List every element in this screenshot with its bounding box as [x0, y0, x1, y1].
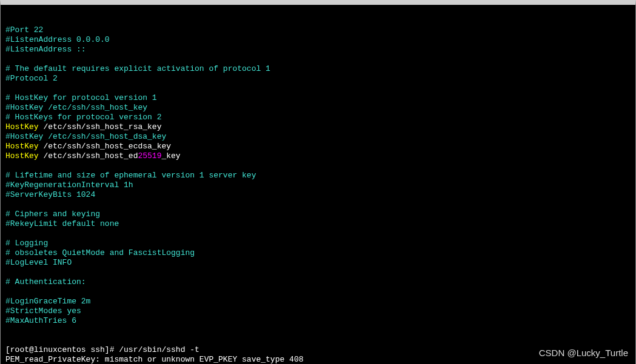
config-line: #RekeyLimit default none: [5, 219, 631, 229]
config-line: #LogLevel INFO: [5, 258, 631, 268]
config-line: [5, 287, 631, 297]
config-line: # The default requires explicit activati…: [5, 64, 631, 74]
config-line: HostKey /etc/ssh/ssh_host_rsa_key: [5, 122, 631, 132]
config-line: # Ciphers and keying: [5, 210, 631, 219]
config-file-content: #Port 22#ListenAddress 0.0.0.0#ListenAdd…: [5, 25, 631, 326]
config-line: #ListenAddress 0.0.0.0: [5, 35, 631, 45]
config-line: #KeyRegenerationInterval 1h: [5, 180, 631, 190]
output-line: [root@linuxcentos ssh]# /usr/sbin/sshd -…: [5, 345, 631, 355]
config-line: # Lifetime and size of ephemeral version…: [5, 171, 631, 180]
config-line: #Protocol 2: [5, 74, 631, 84]
config-line: [5, 268, 631, 277]
config-line: [5, 229, 631, 239]
config-line: [5, 161, 631, 171]
config-line: [5, 84, 631, 93]
config-line: HostKey /etc/ssh/ssh_host_ed25519_key: [5, 151, 631, 161]
config-line: #MaxAuthTries 6: [5, 316, 631, 326]
output-line: PEM_read_PrivateKey: mismatch or unknown…: [5, 355, 631, 364]
config-line: #HostKey /etc/ssh/ssh_host_key: [5, 103, 631, 113]
config-line: # HostKeys for protocol version 2: [5, 113, 631, 122]
config-line: [5, 55, 631, 64]
config-line: # Authentication:: [5, 277, 631, 287]
config-line: [5, 200, 631, 210]
config-line: # HostKey for protocol version 1: [5, 93, 631, 103]
config-line: # obsoletes QuietMode and FascistLogging: [5, 248, 631, 258]
config-line: #HostKey /etc/ssh/ssh_host_dsa_key: [5, 132, 631, 142]
config-line: # Logging: [5, 239, 631, 248]
config-line: #ServerKeyBits 1024: [5, 190, 631, 200]
terminal-output[interactable]: #Port 22#ListenAddress 0.0.0.0#ListenAdd…: [1, 5, 635, 364]
command-output: [root@linuxcentos ssh]# /usr/sbin/sshd -…: [5, 345, 631, 364]
config-line: HostKey /etc/ssh/ssh_host_ecdsa_key: [5, 142, 631, 151]
config-line: #ListenAddress ::: [5, 45, 631, 55]
config-line: #Port 22: [5, 25, 631, 35]
watermark: CSDN @Lucky_Turtle: [539, 348, 628, 358]
config-line: #LoginGraceTime 2m: [5, 297, 631, 306]
config-line: #StrictModes yes: [5, 306, 631, 316]
